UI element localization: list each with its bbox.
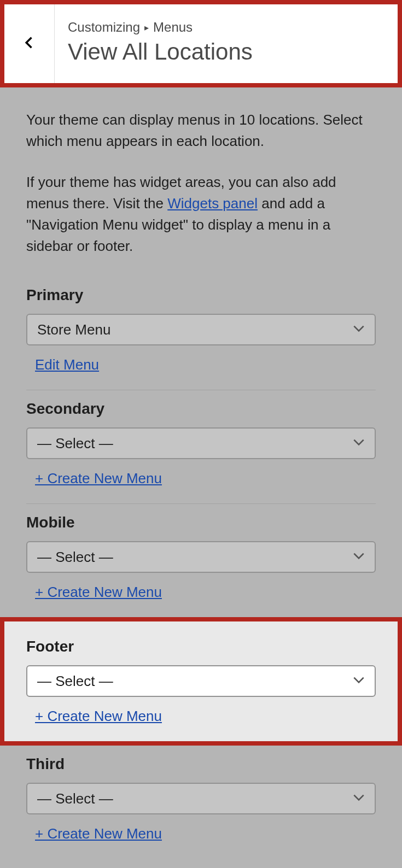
chevron-left-icon bbox=[22, 35, 37, 52]
description-1: Your theme can display menus in 10 locat… bbox=[26, 109, 376, 152]
breadcrumb: Customizing ▸ Menus bbox=[68, 20, 253, 35]
menu-select-secondary[interactable]: — Select — bbox=[26, 427, 376, 459]
header-panel: Customizing ▸ Menus View All Locations bbox=[0, 0, 402, 87]
widgets-panel-link[interactable]: Widgets panel bbox=[167, 195, 258, 212]
back-button[interactable] bbox=[4, 4, 55, 83]
select-wrapper: — Select — bbox=[26, 541, 376, 573]
description-2: If your theme has widget areas, you can … bbox=[26, 172, 376, 257]
location-mobile: Mobile — Select — + Create New Menu bbox=[26, 504, 376, 617]
breadcrumb-parent: Customizing bbox=[68, 20, 140, 35]
location-third: Third — Select — + Create New Menu bbox=[26, 746, 376, 859]
create-new-menu-link[interactable]: + Create New Menu bbox=[26, 470, 162, 487]
select-wrapper: — Select — bbox=[26, 783, 376, 814]
location-label-third: Third bbox=[26, 755, 376, 773]
location-primary: Primary Store Menu Edit Menu bbox=[26, 277, 376, 390]
edit-menu-link[interactable]: Edit Menu bbox=[26, 356, 99, 373]
location-label-primary: Primary bbox=[26, 286, 376, 304]
menu-select-footer[interactable]: — Select — bbox=[26, 665, 376, 697]
create-new-menu-link[interactable]: + Create New Menu bbox=[26, 708, 162, 725]
menu-select-primary[interactable]: Store Menu bbox=[26, 314, 376, 345]
caret-right-icon: ▸ bbox=[144, 22, 149, 33]
location-footer: Footer — Select — + Create New Menu bbox=[0, 617, 402, 746]
create-new-menu-link[interactable]: + Create New Menu bbox=[26, 584, 162, 601]
body-content: Your theme can display menus in 10 locat… bbox=[0, 87, 402, 859]
breadcrumb-current: Menus bbox=[153, 20, 193, 35]
create-new-menu-link[interactable]: + Create New Menu bbox=[26, 825, 162, 842]
page-title: View All Locations bbox=[68, 39, 253, 64]
location-label-secondary: Secondary bbox=[26, 400, 376, 418]
location-label-footer: Footer bbox=[26, 638, 376, 655]
menu-select-third[interactable]: — Select — bbox=[26, 783, 376, 814]
menu-select-mobile[interactable]: — Select — bbox=[26, 541, 376, 573]
select-wrapper: Store Menu bbox=[26, 314, 376, 345]
select-wrapper: — Select — bbox=[26, 665, 376, 697]
location-label-mobile: Mobile bbox=[26, 514, 376, 531]
header-content: Customizing ▸ Menus View All Locations bbox=[55, 4, 266, 83]
location-secondary: Secondary — Select — + Create New Menu bbox=[26, 390, 376, 504]
select-wrapper: — Select — bbox=[26, 427, 376, 459]
